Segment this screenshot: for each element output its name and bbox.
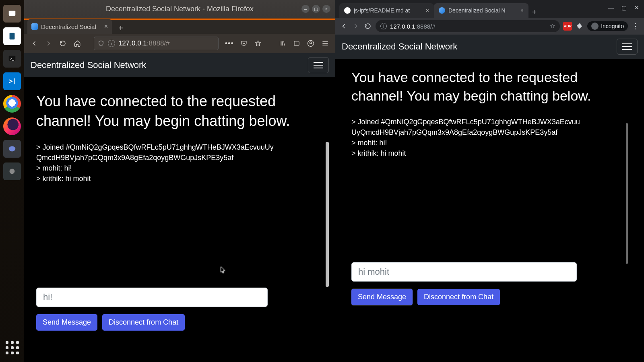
url-host: 127.0.0.1 xyxy=(390,23,415,30)
log-line: > krithik: hi mohit xyxy=(351,148,581,158)
chat-log: > Joined #QmNiQ2gGpqesBQfwRFLc5pU71ghhgW… xyxy=(36,142,278,283)
incognito-badge: Incognito xyxy=(587,21,628,31)
dock-firefox-icon[interactable] xyxy=(3,117,21,135)
incognito-mask-icon xyxy=(591,23,599,30)
page-headline: You have connected to the requested chan… xyxy=(36,92,323,131)
message-input[interactable] xyxy=(351,262,577,282)
site-info-icon[interactable]: i xyxy=(380,23,387,29)
window-maximize-button[interactable]: ▢ xyxy=(621,4,627,11)
navbar-hamburger-button[interactable] xyxy=(617,39,638,55)
firefox-menu-icon[interactable] xyxy=(319,37,331,49)
tab-label: Decentralized Social xyxy=(41,23,96,30)
tab-close-icon[interactable]: × xyxy=(520,7,524,14)
send-message-button[interactable]: Send Message xyxy=(351,289,413,305)
desktop-dock: >_ xyxy=(0,0,24,362)
app-navbar: Decentralized Social Network xyxy=(335,35,644,59)
chrome-tab-active[interactable]: Decentralized Social N × xyxy=(434,3,528,18)
firefox-tab-active[interactable]: Decentralized Social × xyxy=(27,19,112,34)
site-info-icon[interactable]: i xyxy=(108,40,115,47)
dock-apps-grid-icon[interactable] xyxy=(3,339,21,356)
log-line: > Joined #QmNiQ2gGpqesBQfwRFLc5pU71ghhgW… xyxy=(36,142,278,163)
forward-button[interactable] xyxy=(43,37,55,49)
disconnect-button[interactable]: Disconnect from Chat xyxy=(417,289,500,305)
app-navbar: Decentralized Social Network xyxy=(24,53,335,77)
log-line: > mohit: hi! xyxy=(36,163,278,173)
window-minimize-button[interactable]: — xyxy=(608,4,614,11)
extensions-puzzle-icon[interactable] xyxy=(575,22,584,31)
tab-close-icon[interactable]: × xyxy=(104,23,108,30)
dock-tool-icon[interactable] xyxy=(3,162,21,180)
log-line: > krithik: hi mohit xyxy=(36,173,278,184)
svg-point-4 xyxy=(9,146,16,152)
svg-point-9 xyxy=(310,42,312,44)
back-button[interactable] xyxy=(28,37,40,49)
url-host: 127.0.0.1 xyxy=(118,39,147,47)
library-icon[interactable] xyxy=(276,37,288,49)
tab-favicon-app-icon xyxy=(439,7,445,14)
url-rest: :8888/# xyxy=(415,23,436,30)
dock-terminal-icon[interactable]: >_ xyxy=(3,50,21,68)
svg-point-5 xyxy=(10,169,15,174)
chrome-new-tab-button[interactable]: + xyxy=(528,6,540,18)
shield-icon xyxy=(97,40,105,47)
dock-discord-icon[interactable] xyxy=(3,140,21,158)
url-rest: :8888/# xyxy=(147,39,170,47)
chrome-toolbar: i 127.0.0.1:8888/# ☆ ABP Incognito ⋮ xyxy=(335,18,644,35)
account-icon[interactable] xyxy=(305,37,317,49)
window-title: Decentralized Social Network - Mozilla F… xyxy=(106,5,254,13)
log-line: > mohit: hi! xyxy=(351,138,581,148)
chrome-tab-inactive[interactable]: js-ipfs/README.md at × xyxy=(339,3,434,18)
app-brand[interactable]: Decentralized Social Network xyxy=(31,60,146,70)
bookmark-star-icon[interactable]: ☆ xyxy=(550,23,555,30)
chat-scrollbar[interactable] xyxy=(326,142,329,287)
firefox-titlebar: Decentralized Social Network - Mozilla F… xyxy=(24,0,335,19)
svg-point-8 xyxy=(308,41,314,47)
reload-button[interactable] xyxy=(363,22,372,31)
send-message-button[interactable]: Send Message xyxy=(36,314,97,331)
svg-rect-1 xyxy=(10,33,15,40)
window-maximize-button[interactable]: ▢ xyxy=(312,5,320,13)
svg-text:>_: >_ xyxy=(10,57,14,61)
window-close-button[interactable]: ✕ xyxy=(634,4,640,11)
tab-favicon-icon xyxy=(31,23,38,30)
log-line: > Joined #QmNiQ2gGpqesBQfwRFLc5pU71ghhgW… xyxy=(351,117,581,138)
tab-label: js-ipfs/README.md at xyxy=(354,7,410,14)
forward-button[interactable] xyxy=(351,22,360,31)
chat-scrollbar[interactable] xyxy=(626,123,628,264)
window-minimize-button[interactable]: – xyxy=(301,5,310,13)
svg-rect-0 xyxy=(9,11,16,16)
chrome-window: js-ipfs/README.md at × Decentralized Soc… xyxy=(335,0,644,362)
chrome-address-bar[interactable]: i 127.0.0.1:8888/# ☆ xyxy=(376,20,560,32)
chat-log: > Joined #QmNiQ2gGpqesBQfwRFLc5pU71ghhgW… xyxy=(351,117,581,257)
firefox-address-bar[interactable]: i 127.0.0.1:8888/# xyxy=(94,37,219,50)
tab-label: Decentralized Social N xyxy=(448,7,506,14)
dock-writer-icon[interactable] xyxy=(3,27,21,45)
back-button[interactable] xyxy=(339,22,348,31)
dock-files-icon[interactable] xyxy=(3,5,21,23)
firefox-window: Decentralized Social Network - Mozilla F… xyxy=(24,0,335,362)
chrome-menu-icon[interactable]: ⋮ xyxy=(631,22,640,31)
chrome-tabbar: js-ipfs/README.md at × Decentralized Soc… xyxy=(335,0,644,18)
incognito-label: Incognito xyxy=(601,23,624,29)
reload-button[interactable] xyxy=(57,37,69,49)
bookmark-star-icon[interactable] xyxy=(252,37,264,49)
tab-close-icon[interactable]: × xyxy=(426,7,429,14)
page-actions-icon[interactable]: ••• xyxy=(223,37,235,49)
firefox-new-tab-button[interactable]: + xyxy=(115,23,126,34)
firefox-toolbar: i 127.0.0.1:8888/# ••• xyxy=(24,34,335,53)
message-input[interactable] xyxy=(36,288,268,307)
home-button[interactable] xyxy=(71,37,83,49)
pocket-icon[interactable] xyxy=(238,37,250,49)
tab-favicon-github-icon xyxy=(344,7,351,14)
window-close-button[interactable]: × xyxy=(322,5,330,13)
app-brand[interactable]: Decentralized Social Network xyxy=(342,41,457,52)
disconnect-button[interactable]: Disconnect from Chat xyxy=(102,314,185,331)
adblock-extension-icon[interactable]: ABP xyxy=(563,22,572,31)
firefox-page: Decentralized Social Network You have co… xyxy=(24,53,335,362)
chrome-page: Decentralized Social Network You have co… xyxy=(335,35,644,362)
navbar-hamburger-button[interactable] xyxy=(308,57,329,73)
dock-chrome-icon[interactable] xyxy=(3,95,21,113)
dock-vscode-icon[interactable] xyxy=(3,72,21,90)
sidebar-icon[interactable] xyxy=(291,37,303,49)
firefox-tabbar: Decentralized Social × + xyxy=(24,19,335,34)
